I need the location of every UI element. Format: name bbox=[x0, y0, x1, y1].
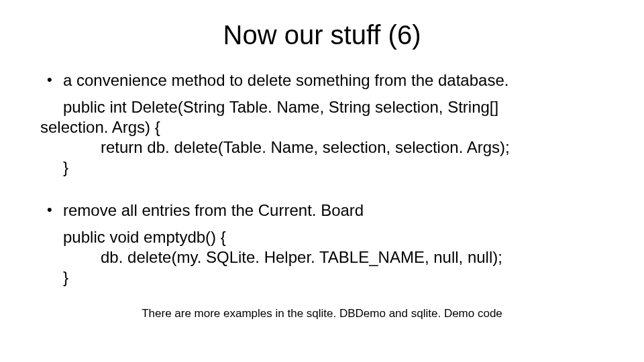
code-line: } bbox=[40, 267, 604, 288]
code-line: } bbox=[40, 158, 604, 178]
slide: Now our stuff (6) a convenience method t… bbox=[0, 0, 644, 362]
slide-title: Now our stuff (6) bbox=[0, 0, 644, 57]
code-line: db. delete(my. SQLite. Helper. TABLE_NAM… bbox=[40, 247, 604, 267]
spacer bbox=[40, 178, 604, 200]
code-line: return db. delete(Table. Name, selection… bbox=[40, 137, 604, 158]
code-line: public int Delete(String Table. Name, St… bbox=[40, 97, 604, 117]
bullet-item-2: remove all entries from the Current. Boa… bbox=[40, 200, 604, 221]
footer-note: There are more examples in the sqlite. D… bbox=[40, 306, 604, 320]
code-line: selection. Args) { bbox=[40, 117, 604, 137]
bullet-item-1: a convenience method to delete something… bbox=[40, 70, 604, 90]
slide-body: a convenience method to delete something… bbox=[0, 57, 644, 320]
code-line: public void emptydb() { bbox=[40, 227, 604, 247]
